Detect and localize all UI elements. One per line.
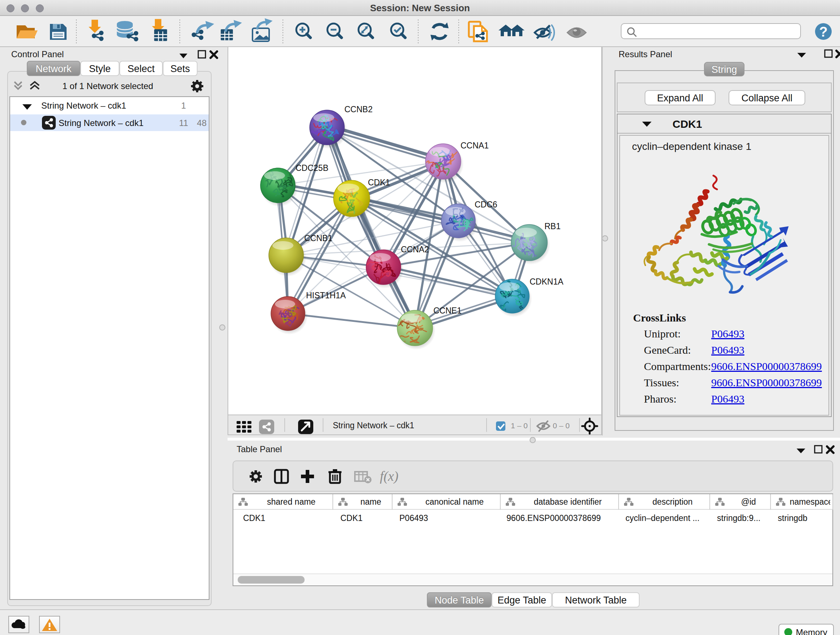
svg-text:CCNB2: CCNB2 xyxy=(344,105,373,114)
svg-text:CDC6: CDC6 xyxy=(475,200,497,209)
svg-text:CDK1: CDK1 xyxy=(368,178,390,187)
svg-text:CCNB1: CCNB1 xyxy=(304,233,332,243)
svg-text:RB1: RB1 xyxy=(545,222,561,231)
svg-text:?: ? xyxy=(819,24,827,40)
svg-text:CDKN1A: CDKN1A xyxy=(530,277,564,287)
svg-text:HIST1H1A: HIST1H1A xyxy=(306,291,346,300)
svg-text:CCNE1: CCNE1 xyxy=(433,306,462,315)
svg-text:CCNA2: CCNA2 xyxy=(401,245,429,254)
svg-text:CDC25B: CDC25B xyxy=(295,163,328,173)
svg-text:CCNA1: CCNA1 xyxy=(461,141,489,150)
